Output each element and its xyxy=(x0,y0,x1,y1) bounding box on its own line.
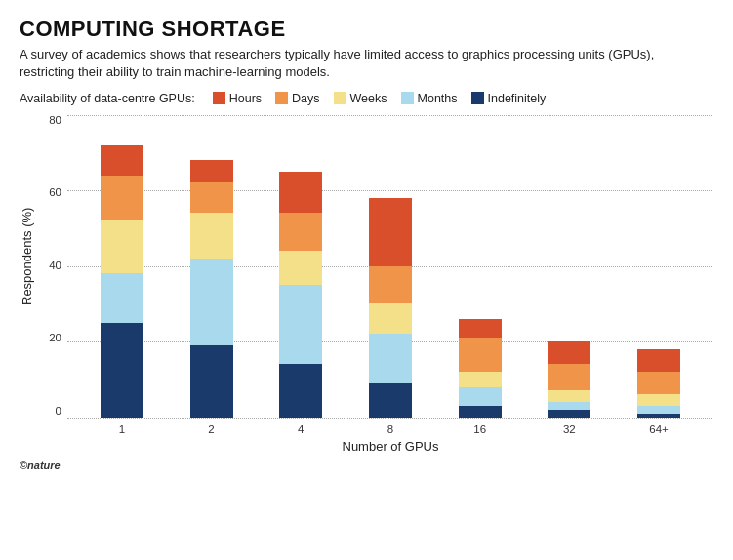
bar-segment-1-hours xyxy=(101,145,143,176)
bar-group-32 xyxy=(540,341,598,418)
legend-item-weeks: Weeks xyxy=(334,92,387,105)
bar-segment-64+-days xyxy=(637,372,680,394)
bar-segment-2-indefinitely xyxy=(190,345,233,418)
bar-group-2 xyxy=(183,160,241,418)
legend-item-hours: Hours xyxy=(213,92,262,105)
x-tick-64+: 64+ xyxy=(630,423,688,435)
legend: Availability of data-centre GPUs: Hours … xyxy=(20,92,713,105)
bar-segment-32-weeks xyxy=(548,390,590,402)
bar-segment-4-indefinitely xyxy=(279,364,322,417)
legend-prefix: Availability of data-centre GPUs: xyxy=(20,92,195,105)
legend-label-hours: Hours xyxy=(229,92,262,105)
bar-segment-1-days xyxy=(101,176,143,221)
bar-segment-2-months xyxy=(190,259,233,345)
weeks-swatch xyxy=(334,92,346,104)
footer-brand: ©nature xyxy=(20,460,61,471)
bars-row xyxy=(67,115,713,418)
bar-segment-8-hours xyxy=(369,198,412,266)
x-tick-16: 16 xyxy=(451,423,509,435)
y-tick-60: 60 xyxy=(49,187,61,199)
indefinitely-swatch xyxy=(471,92,484,104)
y-tick-0: 0 xyxy=(56,406,61,418)
x-tick-1: 1 xyxy=(93,423,151,435)
months-swatch xyxy=(401,92,414,104)
title: COMPUTING SHORTAGE xyxy=(20,18,713,41)
bar-segment-16-weeks xyxy=(459,372,502,387)
bar-segment-4-days xyxy=(279,213,322,251)
bar-segment-32-hours xyxy=(548,341,590,364)
bar-segment-8-indefinitely xyxy=(369,383,412,418)
y-tick-40: 40 xyxy=(49,260,61,272)
bars-and-grid xyxy=(67,115,713,418)
bar-segment-16-months xyxy=(459,387,502,406)
bar-group-16 xyxy=(451,319,509,418)
bar-segment-2-days xyxy=(190,182,233,213)
bar-segment-8-days xyxy=(369,266,412,304)
bar-segment-16-days xyxy=(459,338,502,372)
bar-group-64+ xyxy=(630,349,688,418)
bar-segment-8-months xyxy=(369,334,412,382)
bar-segment-2-hours xyxy=(190,160,233,182)
legend-label-days: Days xyxy=(292,92,319,105)
legend-label-months: Months xyxy=(418,92,458,105)
chart-area: 80 60 40 20 0 1248163264+ Number of GPUs xyxy=(36,115,713,454)
chart-body: 1248163264+ Number of GPUs xyxy=(67,115,713,454)
bar-segment-64+-weeks xyxy=(637,394,680,406)
x-tick-8: 8 xyxy=(361,423,420,435)
grid-line-0 xyxy=(67,418,713,419)
bar-segment-4-hours xyxy=(279,172,322,214)
bar-segment-1-weeks xyxy=(101,220,143,273)
bar-segment-32-months xyxy=(548,402,590,410)
legend-label-indefinitely: Indefinitely xyxy=(488,92,547,105)
bar-group-8 xyxy=(361,198,420,418)
y-axis: 80 60 40 20 0 xyxy=(36,115,67,418)
footer: ©nature xyxy=(20,460,713,471)
y-tick-80: 80 xyxy=(49,115,61,127)
x-axis-label: Number of GPUs xyxy=(67,439,713,454)
bar-segment-2-weeks xyxy=(190,213,233,259)
y-axis-label: Respondents (%) xyxy=(20,105,34,408)
bar-segment-1-indefinitely xyxy=(101,323,143,418)
y-tick-20: 20 xyxy=(49,333,61,344)
legend-item-days: Days xyxy=(275,92,319,105)
bar-group-1 xyxy=(93,145,151,418)
bar-segment-32-indefinitely xyxy=(548,410,590,418)
bar-segment-8-weeks xyxy=(369,303,412,334)
bar-segment-16-hours xyxy=(459,319,502,338)
legend-label-weeks: Weeks xyxy=(350,92,387,105)
bar-segment-4-weeks xyxy=(279,251,322,285)
legend-item-months: Months xyxy=(401,92,458,105)
bar-segment-32-days xyxy=(548,364,590,390)
legend-item-indefinitely: Indefinitely xyxy=(471,92,547,105)
x-tick-32: 32 xyxy=(540,423,598,435)
chart-wrapper: Respondents (%) 80 60 40 20 0 1248163264… xyxy=(20,105,713,454)
bar-segment-4-months xyxy=(279,285,322,364)
bar-segment-64+-indefinitely xyxy=(637,414,680,418)
bar-segment-64+-hours xyxy=(637,349,680,372)
x-tick-2: 2 xyxy=(183,423,241,435)
hours-swatch xyxy=(213,92,225,104)
days-swatch xyxy=(275,92,288,104)
bar-group-4 xyxy=(271,172,330,418)
x-axis: 1248163264+ xyxy=(67,418,713,435)
bar-segment-64+-months xyxy=(637,406,680,414)
bar-segment-16-indefinitely xyxy=(459,406,502,418)
subtitle: A survey of academics shows that researc… xyxy=(20,46,703,81)
x-tick-4: 4 xyxy=(271,423,330,435)
bar-segment-1-months xyxy=(101,273,143,322)
